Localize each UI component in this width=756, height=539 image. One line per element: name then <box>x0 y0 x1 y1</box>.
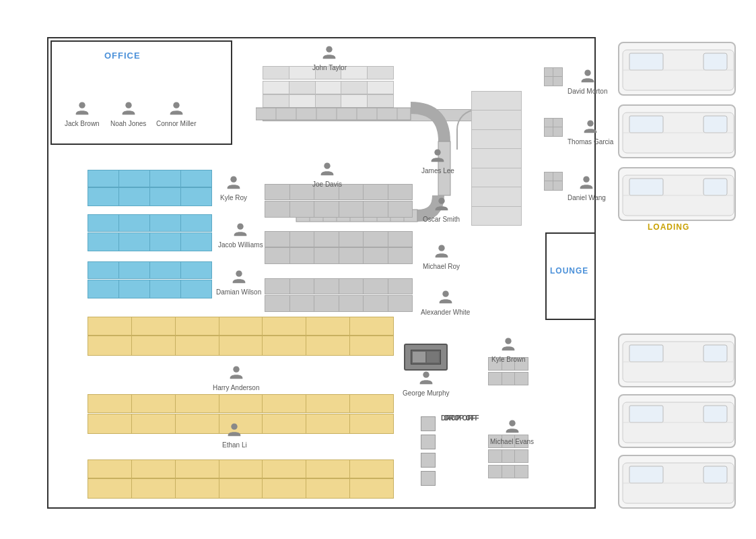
david-morton-grid <box>544 67 563 86</box>
person-daniel-wang: Daniel Wang <box>568 174 606 201</box>
vehicle-4 <box>618 334 736 387</box>
svg-point-33 <box>506 338 512 344</box>
machine-equipment <box>404 344 448 371</box>
person-connor-miller: Connor Miller <box>156 100 196 127</box>
person-david-morton: David Morton <box>568 67 607 95</box>
dropoff-square-1 <box>421 416 436 431</box>
blue-table-2a <box>88 232 212 251</box>
svg-point-1 <box>125 102 131 108</box>
tan-table-1 <box>88 336 394 356</box>
tan-table-3b <box>88 459 394 478</box>
svg-point-36 <box>588 121 594 127</box>
dropoff-text: DROP OFF <box>441 414 475 422</box>
svg-point-5 <box>236 271 242 277</box>
person-jack-brown: Jack Brown <box>65 100 100 127</box>
svg-point-7 <box>232 424 238 430</box>
svg-rect-48 <box>629 179 663 195</box>
vehicle-6 <box>618 455 736 509</box>
blue-table-1 <box>88 187 212 206</box>
person-michael-evans: Michael Evans <box>490 418 534 445</box>
gray-table-3b <box>265 278 413 294</box>
blue-table-1b <box>88 170 212 187</box>
gray-table-3a <box>265 295 413 312</box>
vehicle-2 <box>618 104 736 158</box>
person-alexander-white: Alexander White <box>421 288 470 316</box>
blue-table-3b <box>88 261 212 279</box>
gray-table-2b <box>265 231 413 247</box>
svg-point-31 <box>442 291 448 297</box>
svg-point-27 <box>324 163 330 169</box>
svg-point-37 <box>584 177 590 183</box>
person-thomas-garcia: Thomas Garcia <box>568 118 613 146</box>
dropoff-square-4 <box>421 471 436 486</box>
svg-point-32 <box>423 372 429 378</box>
svg-point-3 <box>230 177 236 183</box>
tan-table-2b <box>88 394 394 413</box>
thomas-garcia-grid <box>544 118 563 137</box>
daniel-wang-grid <box>544 172 563 191</box>
blue-table-2b <box>88 214 212 232</box>
person-oscar-smith: Oscar Smith <box>423 195 460 223</box>
lounge-label: LOUNGE <box>550 266 588 276</box>
person-ethan-li: Ethan Li <box>222 421 247 449</box>
person-george-murphy: George Murphy <box>403 369 449 397</box>
svg-rect-59 <box>703 466 727 483</box>
svg-point-2 <box>173 102 179 108</box>
svg-rect-47 <box>703 179 727 195</box>
michael-evans-grid-2 <box>488 449 528 463</box>
svg-point-29 <box>438 198 444 204</box>
svg-rect-51 <box>703 345 727 362</box>
blue-table-3a <box>88 280 212 298</box>
person-james-lee: James Lee <box>421 147 454 175</box>
floor-plan-canvas: OFFICE Jack Brown Noah Jones Connor Mill… <box>0 0 756 539</box>
vehicle-5 <box>618 394 736 448</box>
svg-rect-52 <box>629 345 663 362</box>
dropoff-square-3 <box>421 453 436 468</box>
vehicle-1 <box>618 42 736 96</box>
svg-point-34 <box>509 420 515 426</box>
vehicle-3 <box>618 167 736 221</box>
michael-evans-grid-3 <box>488 465 528 478</box>
svg-point-28 <box>435 150 441 156</box>
gray-table-2a <box>265 247 413 264</box>
svg-point-30 <box>438 245 444 251</box>
person-damian-wilson: Damian Wilson <box>216 268 261 296</box>
conveyor-vertical <box>471 91 522 226</box>
tan-table-1b <box>88 317 394 336</box>
svg-rect-60 <box>629 466 663 483</box>
person-harry-anderson: Harry Anderson <box>213 364 259 391</box>
svg-rect-55 <box>703 406 727 422</box>
svg-point-0 <box>79 102 85 108</box>
svg-point-35 <box>584 70 590 76</box>
dropoff-square-2 <box>421 435 436 449</box>
svg-point-26 <box>327 46 333 53</box>
tan-table-3a <box>88 478 394 499</box>
svg-rect-40 <box>629 53 663 70</box>
person-michael-roy: Michael Roy <box>423 243 460 270</box>
loading-label: LOADING <box>648 222 689 232</box>
svg-point-4 <box>238 224 244 230</box>
svg-point-6 <box>233 367 239 373</box>
svg-rect-44 <box>629 116 663 133</box>
svg-rect-56 <box>629 406 663 422</box>
person-kyle-brown: Kyle Brown <box>491 336 526 363</box>
person-joe-davis: Joe Davis <box>312 160 342 188</box>
svg-rect-39 <box>703 53 727 70</box>
svg-rect-8 <box>256 108 411 120</box>
kyle-brown-grid-2 <box>488 372 528 385</box>
person-john-taylor: John Taylor <box>312 44 347 71</box>
svg-rect-43 <box>703 116 727 133</box>
office-box <box>50 40 232 145</box>
lounge-box <box>545 232 596 320</box>
person-noah-jones: Noah Jones <box>110 100 146 127</box>
gray-table-1 <box>265 201 413 218</box>
person-kyle-roy: Kyle Roy <box>220 174 247 201</box>
office-label: OFFICE <box>104 51 141 61</box>
